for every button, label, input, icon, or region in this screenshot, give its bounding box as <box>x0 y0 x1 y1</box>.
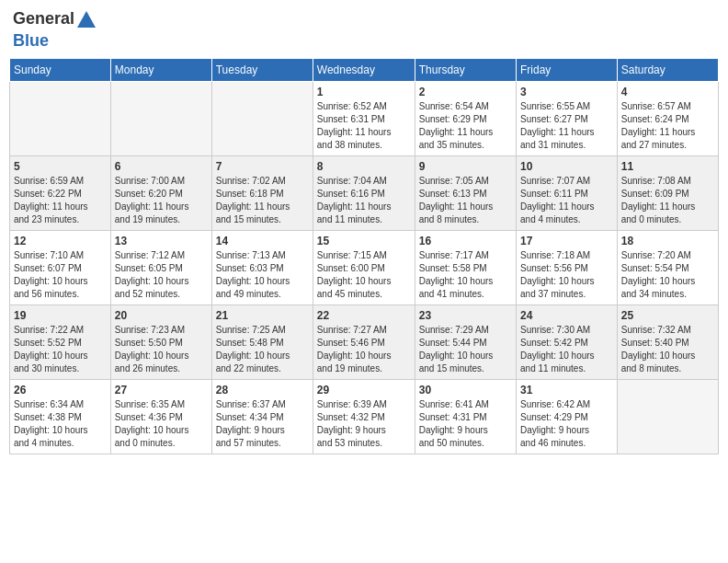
day-info: Sunrise: 7:18 AM Sunset: 5:56 PM Dayligh… <box>520 249 613 301</box>
calendar-cell: 4Sunrise: 6:57 AM Sunset: 6:24 PM Daylig… <box>617 82 718 156</box>
calendar-cell: 13Sunrise: 7:12 AM Sunset: 6:05 PM Dayli… <box>110 231 211 305</box>
day-number: 30 <box>419 384 512 396</box>
day-info: Sunrise: 7:32 AM Sunset: 5:40 PM Dayligh… <box>621 324 714 375</box>
day-number: 8 <box>317 160 411 173</box>
calendar-week-row: 1Sunrise: 6:52 AM Sunset: 6:31 PM Daylig… <box>10 82 719 156</box>
calendar-header-row: SundayMondayTuesdayWednesdayThursdayFrid… <box>10 59 719 82</box>
day-info: Sunrise: 7:04 AM Sunset: 6:16 PM Dayligh… <box>317 175 411 226</box>
weekday-header-wednesday: Wednesday <box>313 59 415 82</box>
calendar-cell: 1Sunrise: 6:52 AM Sunset: 6:31 PM Daylig… <box>313 82 415 156</box>
calendar-cell: 21Sunrise: 7:25 AM Sunset: 5:48 PM Dayli… <box>211 305 313 380</box>
calendar-cell: 25Sunrise: 7:32 AM Sunset: 5:40 PM Dayli… <box>617 305 718 380</box>
logo-icon <box>75 9 97 31</box>
page-header: General Blue <box>9 9 719 51</box>
weekday-header-saturday: Saturday <box>617 59 718 82</box>
day-number: 12 <box>14 235 107 247</box>
calendar-cell: 18Sunrise: 7:20 AM Sunset: 5:54 PM Dayli… <box>617 231 718 305</box>
day-info: Sunrise: 7:00 AM Sunset: 6:20 PM Dayligh… <box>115 175 208 226</box>
weekday-header-friday: Friday <box>517 59 618 82</box>
calendar-cell <box>110 82 211 156</box>
day-info: Sunrise: 7:15 AM Sunset: 6:00 PM Dayligh… <box>317 249 411 301</box>
calendar-cell: 26Sunrise: 6:34 AM Sunset: 4:38 PM Dayli… <box>10 380 111 454</box>
day-info: Sunrise: 6:54 AM Sunset: 6:29 PM Dayligh… <box>419 100 512 152</box>
weekday-header-monday: Monday <box>110 59 211 82</box>
calendar-cell: 15Sunrise: 7:15 AM Sunset: 6:00 PM Dayli… <box>313 231 415 305</box>
weekday-header-sunday: Sunday <box>10 59 111 82</box>
calendar-cell: 3Sunrise: 6:55 AM Sunset: 6:27 PM Daylig… <box>517 82 618 156</box>
calendar-cell: 28Sunrise: 6:37 AM Sunset: 4:34 PM Dayli… <box>211 380 313 454</box>
calendar-cell: 22Sunrise: 7:27 AM Sunset: 5:46 PM Dayli… <box>313 305 415 380</box>
calendar-cell: 16Sunrise: 7:17 AM Sunset: 5:58 PM Dayli… <box>415 231 516 305</box>
day-info: Sunrise: 6:59 AM Sunset: 6:22 PM Dayligh… <box>14 175 107 226</box>
day-number: 17 <box>520 235 613 247</box>
calendar-cell: 19Sunrise: 7:22 AM Sunset: 5:52 PM Dayli… <box>10 305 111 380</box>
day-number: 19 <box>14 309 107 322</box>
calendar-cell: 17Sunrise: 7:18 AM Sunset: 5:56 PM Dayli… <box>517 231 618 305</box>
day-info: Sunrise: 6:57 AM Sunset: 6:24 PM Dayligh… <box>621 100 714 152</box>
day-info: Sunrise: 7:08 AM Sunset: 6:09 PM Dayligh… <box>621 175 714 226</box>
calendar-cell: 2Sunrise: 6:54 AM Sunset: 6:29 PM Daylig… <box>415 82 516 156</box>
day-number: 9 <box>419 160 512 173</box>
day-number: 18 <box>621 235 714 247</box>
calendar-cell: 30Sunrise: 6:41 AM Sunset: 4:31 PM Dayli… <box>415 380 516 454</box>
day-info: Sunrise: 6:35 AM Sunset: 4:36 PM Dayligh… <box>115 398 208 450</box>
day-info: Sunrise: 7:27 AM Sunset: 5:46 PM Dayligh… <box>317 324 411 375</box>
calendar-week-row: 5Sunrise: 6:59 AM Sunset: 6:22 PM Daylig… <box>10 156 719 231</box>
day-number: 13 <box>115 235 208 247</box>
calendar-table: SundayMondayTuesdayWednesdayThursdayFrid… <box>9 58 719 454</box>
calendar-cell: 27Sunrise: 6:35 AM Sunset: 4:36 PM Dayli… <box>110 380 211 454</box>
calendar-cell: 29Sunrise: 6:39 AM Sunset: 4:32 PM Dayli… <box>313 380 415 454</box>
calendar-cell: 6Sunrise: 7:00 AM Sunset: 6:20 PM Daylig… <box>110 156 211 231</box>
day-number: 21 <box>216 309 309 322</box>
calendar-cell: 12Sunrise: 7:10 AM Sunset: 6:07 PM Dayli… <box>10 231 111 305</box>
day-info: Sunrise: 7:25 AM Sunset: 5:48 PM Dayligh… <box>216 324 309 375</box>
day-info: Sunrise: 6:42 AM Sunset: 4:29 PM Dayligh… <box>520 398 613 450</box>
calendar-cell: 9Sunrise: 7:05 AM Sunset: 6:13 PM Daylig… <box>415 156 516 231</box>
calendar-week-row: 19Sunrise: 7:22 AM Sunset: 5:52 PM Dayli… <box>10 305 719 380</box>
day-info: Sunrise: 7:17 AM Sunset: 5:58 PM Dayligh… <box>419 249 512 301</box>
calendar-week-row: 12Sunrise: 7:10 AM Sunset: 6:07 PM Dayli… <box>10 231 719 305</box>
calendar-cell: 24Sunrise: 7:30 AM Sunset: 5:42 PM Dayli… <box>517 305 618 380</box>
logo-blue-text: Blue <box>13 31 98 51</box>
calendar-cell: 31Sunrise: 6:42 AM Sunset: 4:29 PM Dayli… <box>517 380 618 454</box>
day-info: Sunrise: 6:52 AM Sunset: 6:31 PM Dayligh… <box>317 100 411 152</box>
day-info: Sunrise: 6:39 AM Sunset: 4:32 PM Dayligh… <box>317 398 411 450</box>
weekday-header-thursday: Thursday <box>415 59 516 82</box>
day-info: Sunrise: 7:10 AM Sunset: 6:07 PM Dayligh… <box>14 249 107 301</box>
day-number: 15 <box>317 235 411 247</box>
calendar-cell: 5Sunrise: 6:59 AM Sunset: 6:22 PM Daylig… <box>10 156 111 231</box>
day-number: 31 <box>520 384 613 396</box>
day-number: 14 <box>216 235 309 247</box>
calendar-cell: 10Sunrise: 7:07 AM Sunset: 6:11 PM Dayli… <box>517 156 618 231</box>
day-info: Sunrise: 7:30 AM Sunset: 5:42 PM Dayligh… <box>520 324 613 375</box>
weekday-header-tuesday: Tuesday <box>211 59 313 82</box>
calendar-cell: 8Sunrise: 7:04 AM Sunset: 6:16 PM Daylig… <box>313 156 415 231</box>
day-number: 1 <box>317 86 411 98</box>
day-info: Sunrise: 6:55 AM Sunset: 6:27 PM Dayligh… <box>520 100 613 152</box>
day-number: 29 <box>317 384 411 396</box>
day-info: Sunrise: 7:29 AM Sunset: 5:44 PM Dayligh… <box>419 324 512 375</box>
calendar-cell <box>10 82 111 156</box>
day-number: 28 <box>216 384 309 396</box>
day-number: 11 <box>621 160 714 173</box>
day-number: 20 <box>115 309 208 322</box>
day-number: 23 <box>419 309 512 322</box>
day-number: 4 <box>621 86 714 98</box>
day-number: 27 <box>115 384 208 396</box>
day-info: Sunrise: 6:34 AM Sunset: 4:38 PM Dayligh… <box>14 398 107 450</box>
calendar-cell: 20Sunrise: 7:23 AM Sunset: 5:50 PM Dayli… <box>110 305 211 380</box>
day-number: 25 <box>621 309 714 322</box>
calendar-cell <box>211 82 313 156</box>
day-info: Sunrise: 7:13 AM Sunset: 6:03 PM Dayligh… <box>216 249 309 301</box>
day-number: 3 <box>520 86 613 98</box>
day-number: 24 <box>520 309 613 322</box>
day-number: 26 <box>14 384 107 396</box>
day-number: 22 <box>317 309 411 322</box>
calendar-cell <box>617 380 718 454</box>
day-number: 10 <box>520 160 613 173</box>
day-info: Sunrise: 6:37 AM Sunset: 4:34 PM Dayligh… <box>216 398 309 450</box>
day-info: Sunrise: 7:12 AM Sunset: 6:05 PM Dayligh… <box>115 249 208 301</box>
day-info: Sunrise: 7:22 AM Sunset: 5:52 PM Dayligh… <box>14 324 107 375</box>
logo-text: General <box>13 9 98 31</box>
calendar-cell: 11Sunrise: 7:08 AM Sunset: 6:09 PM Dayli… <box>617 156 718 231</box>
